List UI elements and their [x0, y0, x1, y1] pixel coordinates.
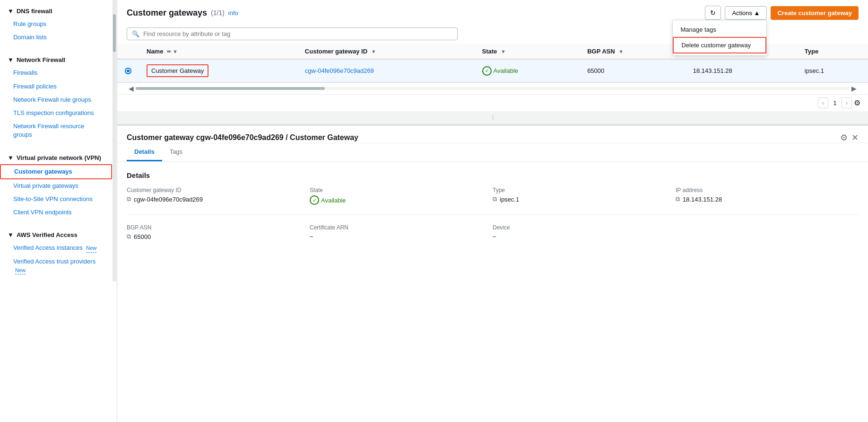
pagination-next-button[interactable]: › [842, 97, 852, 108]
sidebar-section-vpn: ▼ Virtual private network (VPN) Customer… [0, 147, 112, 224]
table-cell-radio[interactable] [117, 59, 139, 82]
table-cell-name[interactable]: Customer Gateway [139, 59, 297, 82]
sidebar-group-dns-firewall[interactable]: ▼ DNS firewall [0, 5, 112, 18]
sidebar-group-vpn[interactable]: ▼ Virtual private network (VPN) [0, 151, 112, 164]
search-input[interactable] [143, 30, 452, 37]
sidebar-item-nf-rule-groups[interactable]: Network Firewall rule groups [0, 93, 112, 106]
detail-settings-button[interactable]: ⚙ [840, 132, 848, 143]
search-input-wrap[interactable]: 🔍 [127, 27, 458, 40]
field-gateway-id: Customer gateway ID ⧉ cgw-04fe096e70c9ad… [127, 187, 310, 205]
gateway-name-value: Customer Gateway [147, 64, 208, 77]
sidebar-item-rule-groups[interactable]: Rule groups [0, 18, 112, 31]
sidebar-group-verified-access[interactable]: ▼ AWS Verified Access [0, 229, 112, 241]
sidebar: ▼ DNS firewall Rule groups Domain lists … [0, 0, 117, 422]
table-col-type[interactable]: Type [797, 44, 868, 59]
field-value-state: Available [310, 195, 493, 205]
tab-tags[interactable]: Tags [162, 143, 190, 161]
scroll-right-button[interactable]: ▶ [850, 85, 859, 92]
sort-icon-id: ▼ [371, 49, 376, 54]
sidebar-item-verified-access-instances[interactable]: Verified Access instances New [0, 241, 112, 255]
detail-title: Customer gateway cgw-04fe096e70c9ad269 /… [127, 133, 358, 142]
tab-details[interactable]: Details [127, 143, 162, 161]
sidebar-item-firewall-policies[interactable]: Firewall policies [0, 80, 112, 93]
field-label-device: Device [493, 224, 676, 231]
table-col-name[interactable]: Name ✏ ▼ [139, 44, 297, 59]
copy-icon-ip[interactable]: ⧉ [676, 195, 680, 203]
field-value-gateway-id: ⧉ cgw-04fe096e70c9ad269 [127, 195, 310, 203]
resource-count: (1/1) [211, 9, 225, 17]
h-scroll-track[interactable] [136, 87, 850, 90]
sidebar-group-label-nf: Network Firewall [17, 56, 65, 63]
dropdown-item-manage-tags[interactable]: Manage tags [673, 22, 766, 37]
field-value-type: ⧉ ipsec.1 [493, 195, 676, 203]
sort-icon-state: ▼ [501, 49, 506, 54]
field-type: Type ⧉ ipsec.1 [493, 187, 676, 205]
state-detail-available: Available [310, 195, 346, 205]
sidebar-group-label-dns: DNS firewall [17, 8, 52, 15]
actions-button[interactable]: Actions ▲ [725, 6, 767, 20]
refresh-button[interactable]: ↻ [705, 6, 721, 20]
horizontal-scrollbar[interactable]: ◀ ▶ [117, 83, 868, 94]
resize-handle[interactable]: ⁝ [117, 111, 868, 124]
table-col-select [117, 44, 139, 59]
field-ip-address: IP address ⧉ 18.143.151.28 [676, 187, 859, 205]
table-col-id[interactable]: Customer gateway ID ▼ [297, 44, 475, 59]
field-value-bgp: ⧉ 65000 [127, 233, 310, 240]
pagination-prev-button[interactable]: ‹ [818, 97, 828, 108]
table-cell-id[interactable]: cgw-04fe096e70c9ad269 [297, 59, 475, 82]
copy-icon-type[interactable]: ⧉ [493, 195, 497, 203]
field-label-bgp: BGP ASN [127, 224, 310, 231]
field-label-cert-arn: Certificate ARN [310, 224, 493, 231]
table-col-bgp[interactable]: BGP ASN ▼ [580, 44, 686, 59]
detail-grid-row2: BGP ASN ⧉ 65000 Certificate ARN – Device [127, 224, 859, 240]
gateway-id-link[interactable]: cgw-04fe096e70c9ad269 [305, 67, 374, 74]
field-label-type: Type [493, 187, 676, 193]
info-link[interactable]: info [228, 9, 238, 17]
sidebar-scrollbar[interactable] [112, 0, 117, 281]
gateway-id-detail: cgw-04fe096e70c9ad269 [134, 196, 203, 203]
copy-icon-id[interactable]: ⧉ [127, 195, 131, 203]
h-scroll-thumb [136, 87, 325, 90]
field-label-gateway-id: Customer gateway ID [127, 187, 310, 193]
detail-divider [127, 214, 859, 215]
sidebar-item-customer-gateways[interactable]: Customer gateways [0, 164, 112, 179]
field-cert-arn: Certificate ARN – [310, 224, 493, 240]
sidebar-group-network-firewall[interactable]: ▼ Network Firewall [0, 53, 112, 66]
new-badge-instances: New [86, 245, 96, 252]
chevron-down-icon: ▼ [8, 8, 14, 15]
detail-grid-row1: Customer gateway ID ⧉ cgw-04fe096e70c9ad… [127, 187, 859, 205]
table-col-state[interactable]: State ▼ [475, 44, 580, 59]
field-bgp-asn: BGP ASN ⧉ 65000 [127, 224, 310, 240]
state-available: Available [482, 66, 573, 76]
sidebar-item-domain-lists[interactable]: Domain lists [0, 31, 112, 44]
sidebar-item-nf-resource-groups[interactable]: Network Firewall resource groups [0, 120, 112, 141]
sidebar-item-firewalls[interactable]: Firewalls [0, 66, 112, 79]
cert-arn-detail: – [310, 233, 313, 240]
copy-icon-bgp[interactable]: ⧉ [127, 233, 131, 240]
device-detail: – [493, 233, 496, 240]
sidebar-item-verified-access-trust[interactable]: Verified Access trust providers New [0, 255, 112, 277]
scroll-left-button[interactable]: ◀ [127, 85, 136, 92]
search-icon: 🔍 [132, 30, 139, 37]
pagination-settings-button[interactable]: ⚙ [854, 98, 860, 107]
pagination-current: 1 [830, 99, 839, 106]
sidebar-section-dns-firewall: ▼ DNS firewall Rule groups Domain lists [0, 0, 112, 49]
table-row[interactable]: Customer Gateway cgw-04fe096e70c9ad269 A… [117, 59, 868, 82]
create-customer-gateway-button[interactable]: Create customer gateway [771, 6, 859, 20]
header-bar: Customer gateways (1/1) info ↻ Actions ▲… [117, 0, 868, 24]
bgp-detail: 65000 [134, 233, 151, 240]
sidebar-item-virtual-private-gateways[interactable]: Virtual private gateways [0, 179, 112, 193]
dropdown-item-delete-gateway[interactable]: Delete customer gateway [673, 37, 766, 53]
field-label-ip: IP address [676, 187, 859, 193]
sort-icon-name: ✏ ▼ [167, 49, 178, 54]
field-value-device: – [493, 233, 676, 240]
detail-content: Details Customer gateway ID ⧉ cgw-04fe09… [117, 162, 868, 259]
sidebar-item-site-to-site-vpn[interactable]: Site-to-Site VPN connections [0, 193, 112, 206]
sidebar-item-tls-inspection[interactable]: TLS inspection configurations [0, 106, 112, 120]
detail-close-button[interactable]: ✕ [851, 132, 859, 143]
sidebar-item-client-vpn-endpoints[interactable]: Client VPN endpoints [0, 206, 112, 219]
sidebar-group-label-va: AWS Verified Access [17, 231, 78, 238]
field-state: State Available [310, 187, 493, 205]
sidebar-scroll-track [113, 0, 116, 281]
field-value-ip: ⧉ 18.143.151.28 [676, 195, 859, 203]
